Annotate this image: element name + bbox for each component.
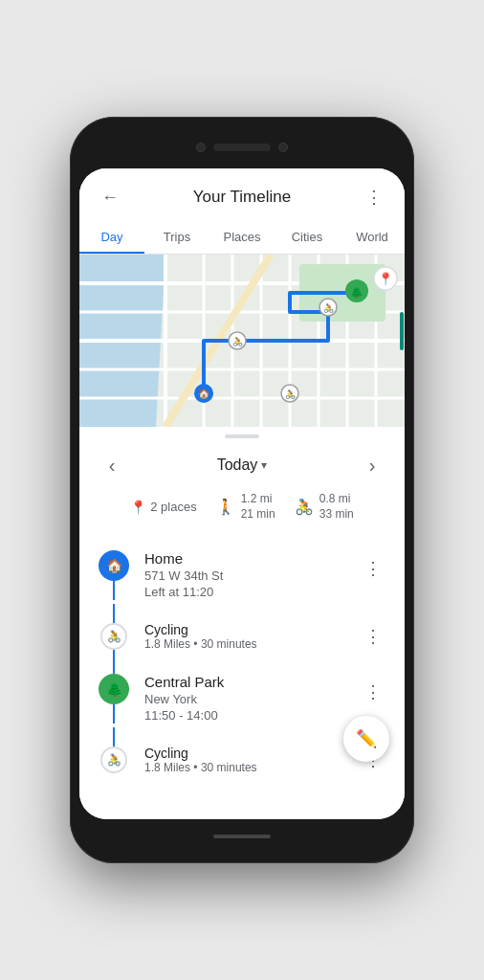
stats-row: 📍 2 places 🚶 1.2 mi 21 min 🚴 0.8 mi 33 m… — [79, 488, 405, 531]
tab-day[interactable]: Day — [79, 220, 144, 254]
home-address: 571 W 34th St — [144, 568, 357, 583]
cycling1-subtitle: 1.8 Miles • 30 minutes — [144, 637, 357, 651]
svg-text:🚴: 🚴 — [323, 302, 335, 314]
svg-text:📍: 📍 — [378, 271, 394, 287]
timeline: 🏠 Home 571 W 34th St Left at 11:20 ⋮ 🚴 — [79, 531, 405, 819]
phone-screen: ← Your Timeline ⋮ Day Trips Places Citie… — [79, 168, 405, 819]
tab-world[interactable]: World — [340, 220, 405, 254]
walking-icon: 🚶 — [216, 498, 235, 516]
svg-text:🚴: 🚴 — [232, 336, 244, 347]
camera-right — [278, 143, 288, 152]
next-date-button[interactable]: › — [355, 448, 389, 482]
park-time: 11:50 - 14:00 — [144, 708, 357, 723]
cycling2-icon: 🚴 — [100, 746, 127, 773]
svg-rect-30 — [400, 312, 404, 350]
camera-left — [196, 143, 206, 152]
timeline-line-park-top — [113, 655, 115, 674]
place-icon: 📍 — [130, 500, 146, 515]
current-date-label[interactable]: Today ▾ — [129, 457, 355, 474]
phone-top-bar — [79, 130, 405, 165]
edit-fab-button[interactable]: ✏️ — [343, 716, 389, 762]
prev-date-button[interactable]: ‹ — [95, 448, 129, 482]
cycling1-menu-button[interactable]: ⋮ — [357, 618, 389, 655]
cycling1-content: Cycling 1.8 Miles • 30 minutes — [133, 622, 357, 651]
svg-text:🏠: 🏠 — [198, 388, 210, 400]
svg-text:🌲: 🌲 — [350, 285, 363, 299]
park-content: Central Park New York 11:50 - 14:00 — [133, 674, 357, 723]
home-icon-col: 🏠 — [95, 550, 133, 581]
home-title: Home — [144, 550, 357, 567]
park-location: New York — [144, 692, 357, 706]
back-button[interactable]: ← — [95, 182, 125, 212]
app-header: ← Your Timeline ⋮ — [79, 168, 405, 220]
cycling2-content: Cycling 1.8 Miles • 30 minutes — [133, 746, 357, 774]
walking-stat: 🚶 1.2 mi 21 min — [216, 492, 275, 522]
page-title: Your Timeline — [125, 188, 359, 207]
cycling-stat: 🚴 0.8 mi 33 min — [295, 492, 354, 522]
phone-bottom-bar — [79, 823, 405, 850]
transit-line-cycling2-top — [113, 727, 115, 746]
edit-icon: ✏️ — [356, 728, 377, 749]
tab-trips[interactable]: Trips — [144, 220, 209, 254]
fab-container: ✏️ — [343, 716, 389, 762]
timeline-item-cycling-1: 🚴 Cycling 1.8 Miles • 30 minutes ⋮ — [79, 611, 405, 662]
tabs-bar: Day Trips Places Cities World — [79, 220, 405, 255]
park-menu-button[interactable]: ⋮ — [357, 674, 389, 710]
map-view[interactable]: 🏠 🌲 🚴 🚴 🚴 📍 — [79, 255, 405, 427]
cycling1-title: Cycling — [144, 622, 357, 637]
park-title: Central Park — [144, 674, 357, 690]
cycling1-icon: 🚴 — [100, 623, 127, 650]
speaker — [213, 144, 271, 151]
places-stat: 📍 2 places — [130, 500, 196, 515]
cycling2-subtitle: 1.8 Miles • 30 minutes — [144, 761, 357, 774]
tab-cities[interactable]: Cities — [275, 220, 340, 254]
transit-line-cycling1-top — [113, 604, 115, 623]
drag-handle[interactable] — [79, 427, 405, 442]
timeline-line-park-bottom — [113, 704, 115, 724]
screen-content: ‹ Today ▾ › 📍 2 places 🚶 1.2 mi 21 min — [79, 427, 405, 819]
home-menu-button[interactable]: ⋮ — [357, 550, 389, 587]
park-icon-col: 🌲 — [95, 674, 133, 704]
park-place-icon: 🌲 — [99, 674, 129, 704]
drag-handle-bar — [225, 434, 259, 438]
cycling2-title: Cycling — [144, 746, 357, 761]
timeline-item-home: 🏠 Home 571 W 34th St Left at 11:20 ⋮ — [79, 539, 405, 611]
timeline-line-home-bottom — [113, 581, 115, 600]
date-nav: ‹ Today ▾ › — [79, 442, 405, 488]
tab-places[interactable]: Places — [209, 220, 275, 254]
home-time: Left at 11:20 — [144, 585, 357, 599]
home-indicator — [213, 835, 271, 838]
cycling-icon: 🚴 — [295, 498, 314, 516]
home-place-icon: 🏠 — [99, 550, 129, 581]
cycling2-icon-col: 🚴 — [95, 746, 133, 773]
svg-text:🚴: 🚴 — [285, 389, 297, 400]
home-content: Home 571 W 34th St Left at 11:20 — [133, 550, 357, 599]
phone-device: ← Your Timeline ⋮ Day Trips Places Citie… — [70, 117, 414, 863]
menu-button[interactable]: ⋮ — [359, 182, 389, 212]
cycling1-icon-col: 🚴 — [95, 623, 133, 650]
